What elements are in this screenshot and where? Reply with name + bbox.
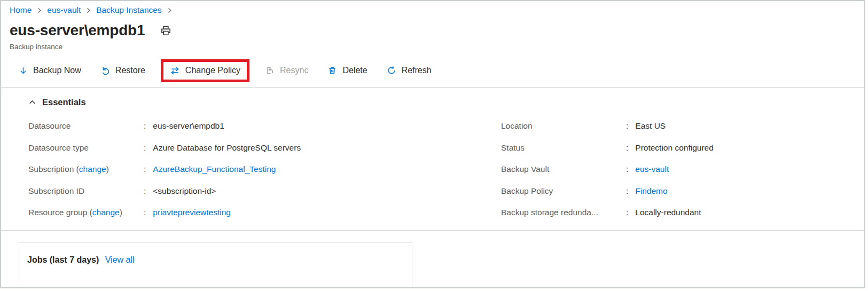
status-row: Status : Protection configured: [501, 137, 864, 159]
restore-arrow-icon: [100, 66, 110, 75]
field-label: Datasource type: [28, 143, 144, 153]
backup-policy-link[interactable]: Findemo: [635, 186, 667, 196]
essentials-section: Essentials Datasource : eus-server\empdb…: [1, 88, 864, 224]
trash-icon: [327, 66, 337, 75]
field-label: Location: [501, 121, 626, 131]
essentials-right-column: Location : East US Status : Protection c…: [501, 115, 864, 224]
chevron-right-icon: [36, 7, 43, 14]
datasource-type-row: Datasource type : Azure Database for Pos…: [28, 137, 501, 159]
chevron-up-icon: [28, 98, 36, 106]
download-arrow-icon: [19, 66, 28, 75]
field-label: Backup Policy: [501, 186, 626, 196]
field-value: East US: [635, 121, 666, 131]
restore-button[interactable]: Restore: [95, 62, 151, 78]
subscription-row: Subscription (change) : AzureBackup_Func…: [28, 159, 501, 180]
field-value: eus-server\empdb1: [153, 121, 224, 131]
subscription-id-row: Subscription ID : <subscription-id>: [28, 180, 501, 202]
backup-vault-link[interactable]: eus-vault: [635, 164, 669, 174]
command-toolbar: Backup Now Restore Change Pol: [13, 56, 864, 85]
field-label: Datasource: [28, 121, 144, 131]
refresh-icon: [387, 66, 396, 75]
essentials-collapse-toggle[interactable]: Essentials: [28, 96, 86, 108]
field-label: Backup Vault: [501, 164, 626, 174]
field-label: Resource group (change): [28, 208, 144, 217]
location-row: Location : East US: [501, 115, 864, 137]
button-label: Delete: [342, 66, 367, 75]
field-label: Backup storage redunda...: [501, 208, 626, 217]
change-subscription-link[interactable]: change: [79, 164, 106, 174]
field-value: Azure Database for PostgreSQL servers: [153, 143, 301, 153]
resource-group-link[interactable]: priavtepreviewtesting: [153, 208, 231, 217]
jobs-card-title: Jobs (last 7 days): [27, 255, 99, 264]
essentials-title: Essentials: [42, 97, 86, 107]
backup-now-button[interactable]: Backup Now: [13, 62, 87, 78]
printer-icon: [160, 25, 172, 37]
button-label: Change Policy: [185, 66, 240, 75]
field-label: Status: [501, 143, 626, 153]
resource-group-row: Resource group (change) : priavtepreview…: [28, 202, 501, 224]
delete-button[interactable]: Delete: [322, 62, 373, 78]
chevron-right-icon: [85, 7, 92, 14]
button-label: Restore: [115, 66, 145, 75]
page-subtitle: Backup instance: [10, 43, 864, 51]
breadcrumb: Home eus-vault Backup Instances: [1, 1, 864, 15]
backup-storage-redundancy-row: Backup storage redunda... : Locally-redu…: [501, 202, 864, 224]
resync-button[interactable]: Resync: [259, 62, 314, 78]
field-label: Subscription (change): [28, 164, 144, 174]
resync-icon: [265, 66, 275, 75]
essentials-left-column: Datasource : eus-server\empdb1 Datasourc…: [28, 115, 501, 224]
button-label: Backup Now: [33, 66, 81, 75]
change-policy-button[interactable]: Change Policy: [163, 62, 247, 80]
chevron-right-icon: [166, 7, 173, 14]
button-label: Refresh: [402, 66, 432, 75]
backup-policy-row: Backup Policy : Findemo: [501, 180, 864, 202]
essentials-divider: [1, 230, 864, 231]
field-value: Protection configured: [635, 143, 713, 153]
change-policy-highlight-box: Change Policy: [161, 59, 249, 82]
datasource-row: Datasource : eus-server\empdb1: [28, 115, 501, 137]
breadcrumb-backup-instances-link[interactable]: Backup Instances: [96, 5, 161, 15]
field-label: Subscription ID: [28, 186, 144, 196]
print-button[interactable]: [160, 25, 172, 37]
backup-vault-row: Backup Vault : eus-vault: [501, 159, 864, 180]
page-title: eus-server\empdb1: [10, 22, 145, 39]
breadcrumb-eus-vault-link[interactable]: eus-vault: [47, 5, 81, 15]
page: Home eus-vault Backup Instances eus-serv…: [0, 0, 865, 288]
change-resource-group-link[interactable]: change: [92, 208, 120, 217]
refresh-button[interactable]: Refresh: [381, 62, 437, 78]
field-value: <subscription-id>: [153, 186, 216, 196]
jobs-card: Jobs (last 7 days) View all: [19, 242, 412, 289]
swap-arrows-icon: [170, 66, 180, 76]
page-header: eus-server\empdb1 Backup instance: [1, 15, 864, 51]
view-all-jobs-link[interactable]: View all: [105, 255, 135, 264]
field-value: Locally-redundant: [635, 208, 701, 217]
button-label: Resync: [280, 66, 308, 75]
breadcrumb-home-link[interactable]: Home: [10, 5, 32, 15]
subscription-link[interactable]: AzureBackup_Functional_Testing: [153, 164, 276, 174]
